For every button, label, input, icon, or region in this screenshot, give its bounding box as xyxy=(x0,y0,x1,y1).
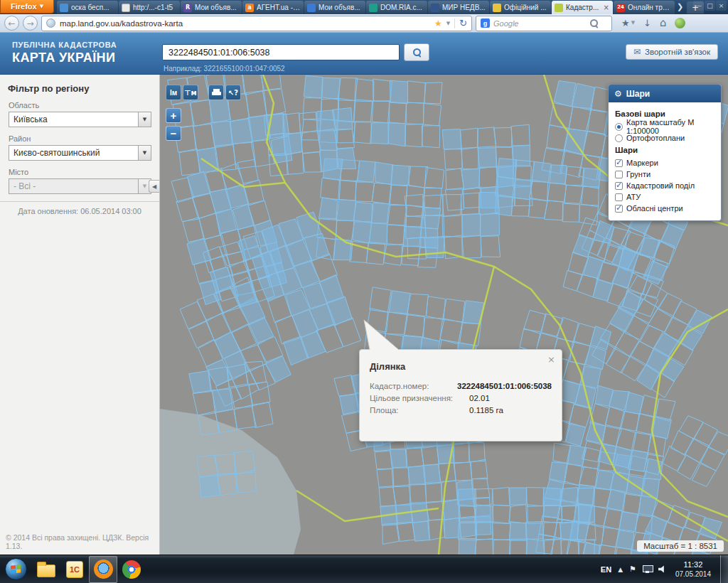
site-favicon-globe-icon xyxy=(46,18,55,28)
overlay-layer-option[interactable]: Грунти xyxy=(615,169,714,180)
tab-favicon: R xyxy=(183,4,192,12)
web-search-input[interactable] xyxy=(493,19,586,28)
browser-tab[interactable]: МИР НЕДВ... xyxy=(428,1,489,14)
layers-panel-header[interactable]: ⚙Шари xyxy=(609,85,721,102)
close-button[interactable]: × xyxy=(716,1,727,11)
radio-icon[interactable] xyxy=(615,123,623,131)
browser-tab[interactable]: RМои объяв... xyxy=(181,1,242,14)
base-layer-option[interactable]: Карта масштабу М 1:100000 xyxy=(615,121,714,132)
browser-tab[interactable]: 24Онлайн тра... xyxy=(614,1,675,14)
zoom-in-button[interactable]: + xyxy=(166,108,181,123)
forward-button[interactable]: → xyxy=(23,16,38,31)
popup-row-value: 02.01 xyxy=(469,392,490,405)
checkbox-icon[interactable] xyxy=(615,193,623,201)
feedback-button[interactable]: ✉Зворотній зв'язок xyxy=(626,44,718,60)
url-bar[interactable]: map.land.gov.ua/kadastrova-karta ★ ▼ ↻ xyxy=(41,16,472,31)
checkbox-icon[interactable] xyxy=(615,205,623,213)
region-select[interactable]: Київська ▼ xyxy=(9,112,151,127)
measure-distance-button[interactable]: Ім xyxy=(166,85,181,100)
browser-tab[interactable]: Мои объяв... xyxy=(304,1,365,14)
windows-taskbar: 1С EN ▲ ⚑ 11:32 07.05.2014 xyxy=(0,555,728,583)
network-icon[interactable] xyxy=(643,565,652,574)
firefox-taskbar-button[interactable] xyxy=(89,556,117,583)
measure-area-button[interactable]: ⊤м xyxy=(183,85,198,100)
chrome-taskbar-button[interactable] xyxy=(117,556,146,583)
checkbox-icon[interactable] xyxy=(615,159,623,167)
show-desktop-button[interactable] xyxy=(720,555,728,583)
search-icon[interactable] xyxy=(589,18,599,28)
city-select[interactable]: - Всі - ▼ xyxy=(9,178,151,194)
site-header: ПУБЛІЧНА КАДАСТРОВА КАРТА УКРАЇНИ Наприк… xyxy=(0,33,728,75)
web-search-box[interactable]: g xyxy=(476,16,612,31)
parcel-info-popup: × Ділянка Кадастр.номер:3222484501:01:00… xyxy=(359,349,562,442)
sidebar-collapse-button[interactable]: ◀ xyxy=(149,180,159,193)
taskbar-clock[interactable]: 11:32 07.05.2014 xyxy=(673,560,714,579)
identify-button[interactable]: ↖? xyxy=(225,85,241,100)
toolbar-icons: ★▼ ↓ ⌂ xyxy=(621,18,685,28)
speaker-icon[interactable] xyxy=(658,565,666,573)
chevron-down-icon[interactable]: ▼ xyxy=(138,112,151,127)
browser-navbar: ← → map.land.gov.ua/kadastrova-karta ★ ▼… xyxy=(0,14,728,33)
misc-tools: ↖? xyxy=(208,85,241,100)
back-button[interactable]: ← xyxy=(4,16,19,31)
overlay-layer-option[interactable]: Кадастровий поділ xyxy=(615,180,714,191)
cadastral-search-input[interactable] xyxy=(162,44,400,60)
feedback-label: Зворотній зв'язок xyxy=(645,48,710,56)
popup-close-icon[interactable]: × xyxy=(547,354,555,365)
scale-indicator: Масштаб = 1 : 8531 xyxy=(637,540,724,552)
layer-label: Грунти xyxy=(626,170,651,178)
overlay-layer-option[interactable]: АТУ xyxy=(615,191,714,203)
popup-pointer xyxy=(362,319,402,351)
downloads-icon[interactable]: ↓ xyxy=(643,18,651,28)
google-engine-icon[interactable]: g xyxy=(481,18,490,28)
overlay-layer-option[interactable]: Маркери xyxy=(615,157,714,169)
map-area[interactable]: Ім ⊤м ↖? + − ⚙Шари Базові шари Карта мас… xyxy=(160,75,728,555)
tab-favicon: a xyxy=(245,4,254,12)
reload-icon[interactable]: ↻ xyxy=(459,18,467,28)
bookmarks-menu-icon[interactable]: ★▼ xyxy=(621,18,635,28)
browser-tab[interactable]: aАГЕНТ.ua - ... xyxy=(242,1,304,14)
one-c-taskbar-button[interactable]: 1С xyxy=(60,556,89,583)
browser-tab[interactable]: DOM.RIA.c... xyxy=(366,1,427,14)
measure-tools: Ім ⊤м xyxy=(166,85,198,100)
overlay-layers-heading: Шари xyxy=(615,146,714,154)
explorer-taskbar-button[interactable] xyxy=(32,556,60,583)
clock-time: 11:32 xyxy=(684,560,703,569)
popup-row-label: Площа: xyxy=(370,405,469,417)
action-center-flag-icon[interactable]: ⚑ xyxy=(629,565,636,574)
firefox-menu-button[interactable]: Firefox▼ xyxy=(0,0,54,14)
home-icon[interactable]: ⌂ xyxy=(660,18,667,28)
tab-favicon xyxy=(493,4,501,12)
screen: оска бесп... http:/...-c1-t5 RМои объяв.… xyxy=(0,0,728,583)
tab-label: DOM.RIA.c... xyxy=(380,4,424,11)
tab-overflow-icon[interactable]: ❯ xyxy=(677,2,683,11)
browser-tab[interactable]: оска бесп... xyxy=(57,1,118,14)
browser-tab-active[interactable]: Кадастр...× xyxy=(552,1,613,14)
browser-tab[interactable]: Офіційний ... xyxy=(490,1,551,14)
tab-close-icon[interactable]: × xyxy=(603,4,610,11)
start-button[interactable] xyxy=(2,556,29,583)
zoom-out-button[interactable]: − xyxy=(166,126,181,141)
addon-icon[interactable] xyxy=(675,18,685,28)
popup-row: Цільове призначення:02.01 xyxy=(370,392,552,405)
cadastral-search-button[interactable] xyxy=(404,43,429,61)
chevron-down-icon[interactable]: ▼ xyxy=(138,146,151,160)
radio-icon[interactable] xyxy=(615,134,623,142)
print-button[interactable] xyxy=(208,85,224,100)
browser-tab[interactable]: http:/...-c1-t5 xyxy=(119,1,180,14)
checkbox-icon[interactable] xyxy=(615,182,623,190)
maximize-button[interactable]: □ xyxy=(705,1,715,11)
search-hint: Наприклад: 3221655100:01:047:0052 xyxy=(164,65,285,73)
region-value: Київська xyxy=(9,114,138,124)
overlay-layer-option[interactable]: Обласні центри xyxy=(615,203,714,214)
district-select[interactable]: Києво-святошинський ▼ xyxy=(9,145,151,161)
checkbox-icon[interactable] xyxy=(615,171,623,178)
url-text[interactable]: map.land.gov.ua/kadastrova-karta xyxy=(60,19,430,28)
minimize-button[interactable]: — xyxy=(693,1,704,11)
history-dropdown-icon[interactable]: ▼ xyxy=(446,21,450,26)
bookmark-star-icon[interactable]: ★ xyxy=(434,18,442,28)
language-indicator[interactable]: EN xyxy=(601,565,611,574)
layer-label: АТУ xyxy=(626,193,641,201)
folder-icon xyxy=(37,565,55,577)
show-hidden-icons[interactable]: ▲ xyxy=(618,566,623,573)
